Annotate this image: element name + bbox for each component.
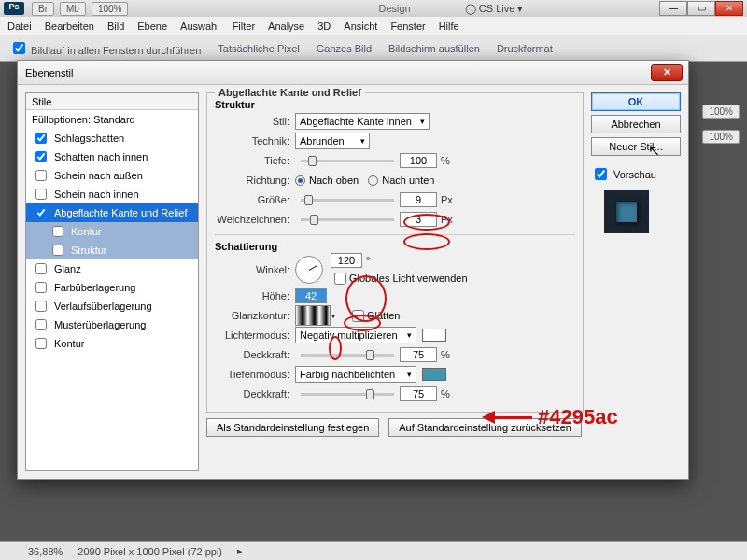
stil-label: Stil: — [215, 116, 295, 127]
groesse-value[interactable]: 9 — [400, 192, 437, 207]
menu-filter[interactable]: Filter — [233, 21, 255, 32]
options-bar: Bildlauf in allen Fenstern durchführen T… — [0, 35, 747, 62]
global-light-checkbox[interactable] — [334, 273, 346, 285]
stil-select[interactable]: Abgeflachte Kante innen — [295, 113, 430, 130]
opt-scroll-all[interactable]: Bildlauf in allen Fenstern durchführen — [9, 39, 201, 57]
new-style-button[interactable]: Neuer Stil... — [591, 137, 681, 156]
cancel-button[interactable]: Abbrechen — [591, 115, 681, 133]
deck2-label: Deckkraft: — [215, 388, 295, 399]
menu-datei[interactable]: Datei — [7, 21, 32, 32]
style-schein-aussen[interactable]: Schein nach außen — [26, 166, 198, 185]
angle-dial[interactable] — [295, 256, 323, 284]
panel-zoom-2[interactable]: 100% — [702, 130, 740, 144]
highlight-color-swatch[interactable] — [422, 329, 446, 342]
workspace-label[interactable]: Design — [378, 3, 410, 14]
shading-legend: Schattierung — [215, 241, 575, 252]
tiefe-label: Tiefe: — [215, 155, 295, 166]
gloss-contour-picker[interactable] — [295, 305, 331, 326]
panel-zoom-1[interactable]: 100% — [702, 105, 740, 119]
hoehe-label: Höhe: — [215, 290, 295, 301]
style-bevel-emboss[interactable]: Abgeflachte Kante und Relief — [26, 203, 198, 222]
deck1-value[interactable]: 75 — [400, 347, 437, 362]
lichtermodus-label: Lichtermodus: — [215, 329, 295, 341]
technik-label: Technik: — [215, 135, 295, 147]
style-color-overlay[interactable]: Farbüberlagerung — [26, 278, 198, 297]
style-schein-innen[interactable]: Schein nach innen — [26, 185, 198, 203]
lichtermodus-select[interactable]: Negativ multiplizieren — [295, 327, 416, 343]
menu-analyse[interactable]: Analyse — [268, 21, 304, 32]
menu-bearbeiten[interactable]: Bearbeiten — [45, 21, 94, 32]
deck1-slider[interactable] — [301, 354, 394, 357]
deck1-label: Deckkraft: — [215, 349, 295, 360]
richtung-label: Richtung: — [215, 175, 295, 186]
menu-3d[interactable]: 3D — [317, 21, 331, 32]
ps-logo: Ps — [4, 2, 24, 15]
dialog-close-button[interactable]: ✕ — [651, 64, 683, 81]
group-legend: Abgeflachte Kante und Relief — [215, 87, 365, 98]
zoom-display[interactable]: 100% — [92, 2, 129, 16]
maximize-button[interactable]: ▭ — [687, 1, 715, 16]
hoehe-value[interactable]: 42 — [295, 288, 327, 303]
style-gradient-overlay[interactable]: Verlaufsüberlagerung — [26, 297, 198, 315]
annotation-arrow: #4295ac — [482, 405, 618, 429]
richtung-down-radio[interactable] — [368, 175, 378, 186]
gloss-label: Glanzkontur: — [215, 310, 295, 321]
style-schatten-innen[interactable]: Schatten nach innen — [26, 147, 198, 166]
preview-thumbnail — [604, 190, 649, 233]
style-pattern-overlay[interactable]: Musterüberlagerung — [26, 315, 198, 334]
make-default-button[interactable]: Als Standardeinstellung festlegen — [206, 418, 379, 437]
tiefenmodus-select[interactable]: Farbig nachbelichten — [295, 366, 416, 383]
menu-hilfe[interactable]: Hilfe — [439, 21, 459, 32]
annotation-color-label: #4295ac — [538, 405, 618, 429]
top-chip-mb[interactable]: Mb — [60, 2, 86, 16]
app-close-button[interactable]: ✕ — [715, 1, 743, 16]
minimize-button[interactable]: — — [659, 1, 687, 16]
cslive-label[interactable]: ◯ CS Live ▾ — [465, 3, 524, 15]
app-titlebar: Ps Br Mb 100% Design ◯ CS Live ▾ — ▭ ✕ — [0, 0, 747, 17]
style-schlagschatten[interactable]: Schlagschatten — [26, 129, 198, 147]
deck2-value[interactable]: 75 — [400, 386, 437, 401]
ok-button[interactable]: OK — [591, 92, 681, 111]
deck2-slider[interactable] — [301, 393, 394, 396]
groesse-label: Größe: — [215, 194, 295, 205]
menu-auswahl[interactable]: Auswahl — [180, 21, 219, 32]
glaetten-checkbox[interactable] — [352, 310, 364, 322]
menu-bild[interactable]: Bild — [107, 21, 124, 32]
winkel-value[interactable]: 120 — [331, 253, 362, 268]
opt-actual-pixels[interactable]: Tatsächliche Pixel — [218, 43, 299, 54]
structure-legend: Struktur — [215, 99, 575, 110]
style-stroke[interactable]: Kontur — [26, 334, 198, 353]
tiefe-unit: % — [441, 155, 450, 166]
weich-value[interactable]: 3 — [400, 212, 437, 227]
weich-unit: Px — [441, 214, 453, 225]
bevel-emboss-group: Abgeflachte Kante und Relief Struktur St… — [206, 92, 584, 413]
status-bar: 36,88% 2090 Pixel x 1000 Pixel (72 ppi) … — [0, 541, 747, 560]
opt-fill-screen[interactable]: Bildschirm ausfüllen — [388, 43, 480, 54]
dialog-title: Ebenenstil — [25, 67, 73, 78]
style-bevel-contour[interactable]: Kontur — [26, 222, 198, 241]
weich-slider[interactable] — [301, 218, 394, 221]
shadow-color-swatch[interactable] — [422, 368, 446, 381]
opt-print-size[interactable]: Druckformat — [497, 43, 553, 54]
winkel-label: Winkel: — [215, 264, 295, 275]
menu-ansicht[interactable]: Ansicht — [344, 21, 377, 32]
status-zoom[interactable]: 36,88% — [28, 546, 63, 557]
menu-bar: Datei Bearbeiten Bild Ebene Auswahl Filt… — [0, 17, 747, 35]
tiefe-slider[interactable] — [301, 160, 394, 162]
dialog-titlebar[interactable]: Ebenenstil ✕ — [18, 61, 688, 85]
preview-checkbox[interactable] — [595, 168, 607, 180]
menu-fenster[interactable]: Fenster — [390, 21, 425, 32]
styles-header[interactable]: Stile — [26, 93, 198, 110]
blending-options-row[interactable]: Fülloptionen: Standard — [26, 110, 198, 129]
status-docinfo[interactable]: 2090 Pixel x 1000 Pixel (72 ppi) — [78, 546, 222, 557]
top-chip-br[interactable]: Br — [32, 2, 54, 16]
style-glanz[interactable]: Glanz — [26, 259, 198, 278]
tiefe-value[interactable]: 100 — [400, 153, 437, 168]
opt-fit-screen[interactable]: Ganzes Bild — [317, 43, 372, 54]
richtung-up-radio[interactable] — [295, 175, 305, 186]
style-bevel-texture[interactable]: Struktur — [26, 241, 198, 259]
menu-ebene[interactable]: Ebene — [137, 21, 167, 32]
technik-select[interactable]: Abrunden — [295, 133, 370, 149]
groesse-slider[interactable] — [301, 199, 394, 202]
groesse-unit: Px — [441, 194, 453, 205]
